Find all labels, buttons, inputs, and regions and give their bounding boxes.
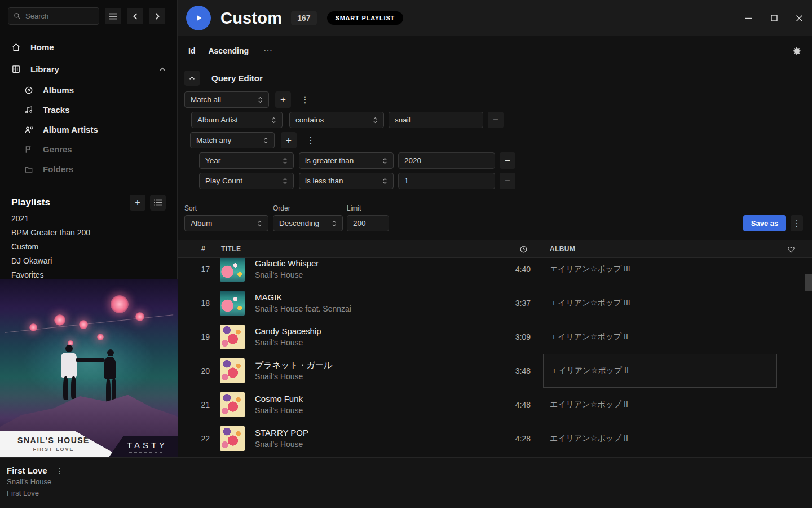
now-playing-menu-button[interactable]: ⋮ [56,466,64,475]
player-bar: First Love ⋮ Snail’s House First Love [0,457,812,508]
limit-input[interactable] [347,215,389,231]
column-album[interactable]: ALBUM [550,240,575,258]
track-title: Candy Spaceship [255,325,321,337]
playlist-item[interactable]: DJ Okawari [11,253,166,268]
table-row[interactable]: 20 プラネット・ガール Snail’s House 3:48 エイリアン☆ポッ… [178,354,812,388]
minimize-button[interactable] [736,0,761,36]
rule-operator-select[interactable]: is greater than [299,152,394,169]
menu-button[interactable] [105,8,121,24]
track-album: エイリアン☆ポップ II [550,433,628,444]
sidebar-item-library[interactable]: Library [0,58,177,80]
sidebar-item-tracks[interactable]: Tracks [0,100,177,120]
remove-rule-button[interactable]: − [488,112,504,128]
sidebar-item-albums[interactable]: Albums [0,80,177,100]
match-type-select[interactable]: Match all [184,91,269,108]
now-playing-artist[interactable]: Snail’s House [7,476,64,488]
rule-value-input[interactable] [389,112,483,128]
table-row[interactable]: 18 MAGIK Snail’s House feat. Sennzai 3:3… [178,286,812,320]
playlist-list-button[interactable] [150,195,166,211]
track-album-art [220,258,245,282]
track-album-cell[interactable]: エイリアン☆ポップ II [543,320,777,354]
table-row[interactable]: 19 Candy Spaceship Snail’s House 3:09 エイ… [178,320,812,354]
column-title[interactable]: TITLE [221,240,241,258]
playlist-item[interactable]: Custom [11,239,166,253]
query-editor-collapse-button[interactable] [184,71,200,86]
add-rule-button[interactable]: + [275,91,291,108]
rule-operator-select[interactable]: is less than [299,173,394,189]
group-menu-button[interactable]: ⋮ [297,94,313,105]
lantern [135,312,144,321]
close-button[interactable] [787,0,812,36]
track-album-cell[interactable]: エイリアン☆ポップ II [543,422,777,456]
figure-silhouette [76,358,105,362]
now-playing-album[interactable]: First Love [7,488,64,499]
track-title: MAGIK [255,291,351,303]
nav-back-button[interactable] [127,8,143,24]
favorite-column-icon[interactable] [787,240,795,258]
duration-column-icon[interactable] [519,240,528,258]
track-album-cell-focused[interactable]: エイリアン☆ポップ II [543,354,777,388]
track-album: エイリアン☆ポップ III [550,264,630,274]
toolbar-more-button[interactable]: ⋯ [263,45,273,56]
match-type-select[interactable]: Match any [190,132,275,148]
remove-rule-button[interactable]: − [500,173,515,189]
rule-value-input[interactable] [398,152,495,169]
rule-field-select[interactable]: Play Count [199,173,294,189]
query-editor-title: Query Editor [211,73,263,83]
maximize-button[interactable] [761,0,787,36]
chevron-left-icon [132,12,139,20]
sidebar-item-label: Library [30,64,59,74]
rule-operator-select[interactable]: contains [289,112,384,128]
column-number[interactable]: # [201,240,205,258]
table-row[interactable]: 17 Galactic Whisper Snail’s House 4:40 エ… [178,258,812,286]
now-playing-title[interactable]: First Love [7,466,47,475]
track-album-cell[interactable]: エイリアン☆ポップ III [543,286,777,320]
save-menu-button[interactable]: ⋮ [791,215,803,231]
track-album-cell[interactable]: エイリアン☆ポップ II [543,388,777,422]
nav-forward-button[interactable] [149,8,165,24]
rule-value-input[interactable] [398,173,495,189]
track-album-cell[interactable]: エイリアン☆ポップ III [543,258,777,286]
track-artist: Snail’s House [255,337,321,348]
remove-rule-button[interactable]: − [500,152,515,169]
track-number: 22 [178,422,210,456]
sidebar-item-album-artists[interactable]: Album Artists [0,120,177,139]
flag-icon [24,145,33,154]
add-rule-button[interactable]: + [281,132,297,148]
sort-select[interactable]: Album [184,215,268,231]
order-select[interactable]: Descending [273,215,343,231]
sidebar-divider [0,186,177,186]
app-window: Home Library Albums [0,0,812,508]
sidebar-top-bar [0,0,177,30]
plus-icon: + [280,94,286,106]
table-row[interactable]: 21 Cosmo Funk Snail’s House 4:48 エイリアン☆ポ… [178,388,812,422]
artwork-artist: SNAIL'S HOUSE [11,436,96,445]
page-header: Custom 167 SMART PLAYLIST [178,0,812,36]
now-playing-artwork[interactable]: SNAIL'S HOUSE FIRST LOVE TASTY [0,279,178,457]
rule-field-select[interactable]: Album Artist [191,112,283,128]
playlist-item[interactable]: BPM Greater than 200 [11,225,166,239]
minus-icon: − [493,115,498,126]
sort-field-button[interactable]: Id [188,46,195,55]
save-as-button[interactable]: Save as [743,215,786,231]
play-playlist-button[interactable] [186,6,211,30]
sidebar-item-home[interactable]: Home [0,36,177,58]
settings-button[interactable] [792,46,801,55]
music-note-icon [24,106,33,115]
track-duration: 4:48 [497,388,531,422]
rule-field-select[interactable]: Year [199,152,294,169]
plus-icon: + [135,198,140,208]
playlist-item[interactable]: 2021 [11,211,166,225]
search-input[interactable] [25,12,94,20]
sidebar-item-genres[interactable]: Genres [0,139,177,159]
add-playlist-button[interactable]: + [130,195,145,211]
table-row[interactable]: 22 STARRY POP Snail’s House 4:28 エイリアン☆ポ… [178,422,812,456]
sidebar-item-folders[interactable]: Folders [0,159,177,179]
sidebar-item-label: Albums [43,85,74,95]
group-menu-button[interactable]: ⋮ [303,135,319,146]
track-duration: 4:40 [497,258,531,286]
scrollbar-thumb[interactable] [805,274,812,291]
sort-direction-button[interactable]: Ascending [208,46,249,55]
search-box[interactable] [8,7,99,25]
figure-silhouette [61,353,77,378]
